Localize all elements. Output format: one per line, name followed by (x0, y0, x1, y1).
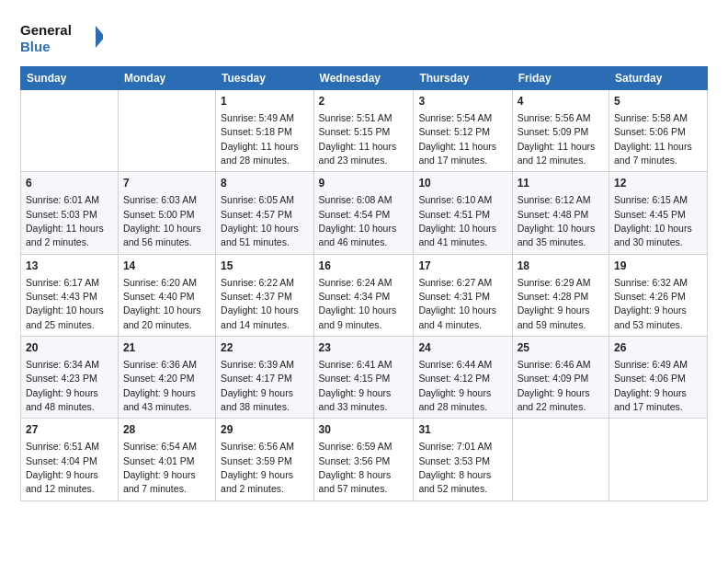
day-number: 19 (614, 259, 702, 274)
day-number: 4 (518, 94, 604, 109)
day-info: Sunrise: 6:20 AM Sunset: 4:40 PM Dayligh… (123, 277, 201, 330)
calendar-day-cell: 13Sunrise: 6:17 AM Sunset: 4:43 PM Dayli… (21, 254, 119, 336)
day-number: 18 (518, 259, 604, 274)
header-sunday: Sunday (21, 67, 119, 90)
day-info: Sunrise: 6:29 AM Sunset: 4:28 PM Dayligh… (518, 277, 591, 330)
day-info: Sunrise: 6:41 AM Sunset: 4:15 PM Dayligh… (319, 359, 392, 412)
header-wednesday: Wednesday (313, 67, 414, 90)
svg-marker-2 (96, 26, 103, 48)
day-number: 31 (418, 422, 506, 438)
day-info: Sunrise: 6:08 AM Sunset: 4:54 PM Dayligh… (319, 194, 397, 247)
calendar-day-cell: 28Sunrise: 6:54 AM Sunset: 4:01 PM Dayli… (118, 419, 215, 500)
day-info: Sunrise: 6:56 AM Sunset: 3:59 PM Dayligh… (221, 441, 294, 494)
svg-text:Blue: Blue (20, 39, 51, 54)
calendar-day-cell: 2Sunrise: 5:51 AM Sunset: 5:15 PM Daylig… (313, 90, 414, 172)
calendar-day-cell: 29Sunrise: 6:56 AM Sunset: 3:59 PM Dayli… (216, 419, 313, 500)
day-number: 1 (221, 94, 308, 109)
day-info: Sunrise: 5:54 AM Sunset: 5:12 PM Dayligh… (418, 112, 496, 166)
day-number: 2 (319, 94, 409, 109)
day-number: 23 (319, 340, 409, 356)
calendar-day-cell: 12Sunrise: 6:15 AM Sunset: 4:45 PM Dayli… (609, 172, 708, 254)
day-info: Sunrise: 6:59 AM Sunset: 3:56 PM Dayligh… (319, 441, 392, 494)
calendar-day-cell: 4Sunrise: 5:56 AM Sunset: 5:09 PM Daylig… (512, 90, 609, 172)
calendar-day-cell: 11Sunrise: 6:12 AM Sunset: 4:48 PM Dayli… (512, 172, 609, 254)
day-info: Sunrise: 5:49 AM Sunset: 5:18 PM Dayligh… (221, 112, 299, 166)
day-info: Sunrise: 6:10 AM Sunset: 4:51 PM Dayligh… (418, 194, 496, 247)
calendar-day-cell (512, 419, 609, 500)
header-friday: Friday (512, 67, 609, 90)
calendar-week-row: 27Sunrise: 6:51 AM Sunset: 4:04 PM Dayli… (21, 419, 708, 500)
day-info: Sunrise: 5:58 AM Sunset: 5:06 PM Dayligh… (614, 112, 692, 166)
header-monday: Monday (118, 67, 215, 90)
calendar-day-cell (118, 90, 215, 172)
day-number: 17 (418, 259, 506, 274)
day-number: 30 (319, 422, 409, 438)
calendar-day-cell: 1Sunrise: 5:49 AM Sunset: 5:18 PM Daylig… (216, 90, 313, 172)
calendar-day-cell: 23Sunrise: 6:41 AM Sunset: 4:15 PM Dayli… (313, 337, 414, 419)
calendar-day-cell: 6Sunrise: 6:01 AM Sunset: 5:03 PM Daylig… (21, 172, 119, 254)
day-info: Sunrise: 6:05 AM Sunset: 4:57 PM Dayligh… (221, 194, 299, 247)
calendar-day-cell: 17Sunrise: 6:27 AM Sunset: 4:31 PM Dayli… (414, 254, 512, 336)
logo: General Blue (20, 17, 103, 57)
header-thursday: Thursday (414, 67, 512, 90)
day-info: Sunrise: 6:54 AM Sunset: 4:01 PM Dayligh… (123, 441, 197, 494)
calendar-day-cell: 27Sunrise: 6:51 AM Sunset: 4:04 PM Dayli… (21, 419, 119, 500)
day-number: 10 (418, 176, 506, 191)
calendar-week-row: 6Sunrise: 6:01 AM Sunset: 5:03 PM Daylig… (21, 172, 708, 254)
svg-text:General: General (20, 22, 72, 38)
day-number: 7 (123, 176, 210, 191)
calendar-day-cell: 18Sunrise: 6:29 AM Sunset: 4:28 PM Dayli… (512, 254, 609, 336)
day-number: 26 (614, 340, 702, 356)
calendar-table: SundayMondayTuesdayWednesdayThursdayFrid… (20, 66, 708, 501)
day-number: 13 (26, 259, 113, 274)
day-info: Sunrise: 6:24 AM Sunset: 4:34 PM Dayligh… (319, 277, 397, 330)
day-number: 16 (319, 259, 409, 274)
calendar-day-cell: 25Sunrise: 6:46 AM Sunset: 4:09 PM Dayli… (512, 337, 609, 419)
day-info: Sunrise: 7:01 AM Sunset: 3:53 PM Dayligh… (418, 441, 492, 494)
day-number: 21 (123, 340, 210, 356)
day-number: 20 (26, 340, 113, 356)
day-info: Sunrise: 6:01 AM Sunset: 5:03 PM Dayligh… (26, 194, 104, 247)
day-info: Sunrise: 5:56 AM Sunset: 5:09 PM Dayligh… (518, 112, 596, 166)
day-number: 11 (518, 176, 604, 191)
day-number: 5 (614, 94, 702, 109)
day-number: 15 (221, 259, 308, 274)
calendar-day-cell: 3Sunrise: 5:54 AM Sunset: 5:12 PM Daylig… (414, 90, 512, 172)
calendar-day-cell (21, 90, 119, 172)
calendar-day-cell: 24Sunrise: 6:44 AM Sunset: 4:12 PM Dayli… (414, 337, 512, 419)
calendar-day-cell: 19Sunrise: 6:32 AM Sunset: 4:26 PM Dayli… (609, 254, 708, 336)
header: General Blue (20, 17, 708, 57)
day-info: Sunrise: 6:44 AM Sunset: 4:12 PM Dayligh… (418, 359, 492, 412)
day-number: 28 (123, 422, 210, 438)
day-info: Sunrise: 6:39 AM Sunset: 4:17 PM Dayligh… (221, 359, 294, 412)
day-number: 14 (123, 259, 210, 274)
logo-svg: General Blue (20, 17, 103, 57)
calendar-day-cell: 15Sunrise: 6:22 AM Sunset: 4:37 PM Dayli… (216, 254, 313, 336)
day-number: 12 (614, 176, 702, 191)
day-info: Sunrise: 6:49 AM Sunset: 4:06 PM Dayligh… (614, 359, 688, 412)
calendar-day-cell: 5Sunrise: 5:58 AM Sunset: 5:06 PM Daylig… (609, 90, 708, 172)
day-info: Sunrise: 6:03 AM Sunset: 5:00 PM Dayligh… (123, 194, 201, 247)
calendar-day-cell (609, 419, 708, 500)
day-info: Sunrise: 5:51 AM Sunset: 5:15 PM Dayligh… (319, 112, 397, 166)
calendar-day-cell: 9Sunrise: 6:08 AM Sunset: 4:54 PM Daylig… (313, 172, 414, 254)
calendar-day-cell: 10Sunrise: 6:10 AM Sunset: 4:51 PM Dayli… (414, 172, 512, 254)
calendar-day-cell: 16Sunrise: 6:24 AM Sunset: 4:34 PM Dayli… (313, 254, 414, 336)
day-number: 6 (26, 176, 113, 191)
day-number: 22 (221, 340, 308, 356)
day-number: 29 (221, 422, 308, 438)
day-number: 3 (418, 94, 506, 109)
header-tuesday: Tuesday (216, 67, 313, 90)
calendar-day-cell: 21Sunrise: 6:36 AM Sunset: 4:20 PM Dayli… (118, 337, 215, 419)
day-info: Sunrise: 6:12 AM Sunset: 4:48 PM Dayligh… (518, 194, 596, 247)
day-info: Sunrise: 6:27 AM Sunset: 4:31 PM Dayligh… (418, 277, 496, 330)
calendar-day-cell: 31Sunrise: 7:01 AM Sunset: 3:53 PM Dayli… (414, 419, 512, 500)
day-number: 9 (319, 176, 409, 191)
day-info: Sunrise: 6:36 AM Sunset: 4:20 PM Dayligh… (123, 359, 197, 412)
day-info: Sunrise: 6:15 AM Sunset: 4:45 PM Dayligh… (614, 194, 692, 247)
day-info: Sunrise: 6:17 AM Sunset: 4:43 PM Dayligh… (26, 277, 104, 330)
day-info: Sunrise: 6:46 AM Sunset: 4:09 PM Dayligh… (518, 359, 591, 412)
calendar-header-row: SundayMondayTuesdayWednesdayThursdayFrid… (21, 67, 708, 90)
day-info: Sunrise: 6:32 AM Sunset: 4:26 PM Dayligh… (614, 277, 688, 330)
day-number: 24 (418, 340, 506, 356)
